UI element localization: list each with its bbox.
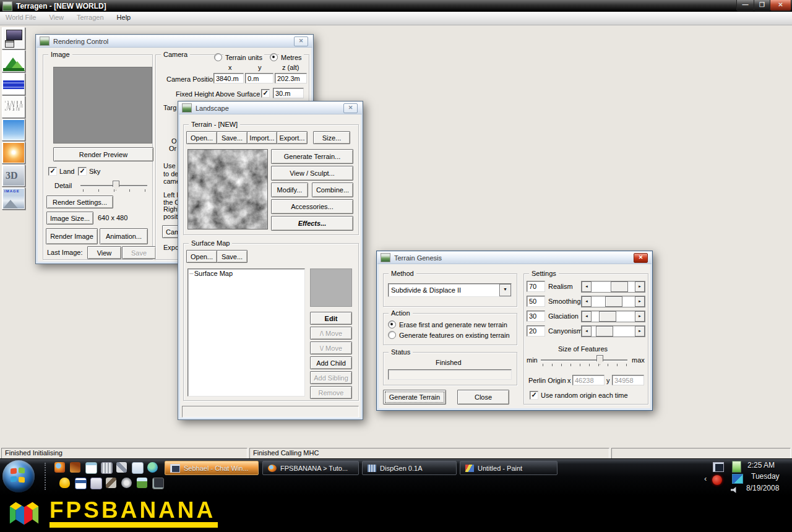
generate-terrain-button[interactable]: Generate Terrain: [383, 390, 446, 405]
globe-icon[interactable]: [147, 462, 158, 473]
terrain-import-button[interactable]: Import...: [247, 131, 277, 144]
aim-tray-icon[interactable]: [712, 475, 722, 485]
close-terrain-genesis-button[interactable]: Close: [457, 390, 509, 405]
arrow-right-icon[interactable]: ►: [635, 296, 645, 307]
menu-help[interactable]: Help: [111, 12, 137, 25]
task-paint[interactable]: Untitled - Paint: [460, 461, 557, 475]
render-preview-button[interactable]: Render Preview: [53, 147, 153, 161]
accessories-button[interactable]: Accessories...: [271, 199, 353, 214]
keyboard-icon[interactable]: [101, 462, 113, 474]
animation-button[interactable]: Animation...: [100, 228, 148, 244]
glaciation-slider[interactable]: ◄ ►: [581, 311, 645, 322]
surface-move-up-button[interactable]: /\ Move: [310, 327, 352, 340]
metres-radio[interactable]: [270, 53, 278, 61]
render-image-button[interactable]: Render Image: [46, 228, 98, 244]
last-image-save-button[interactable]: Save: [122, 246, 156, 259]
fixed-height-checkbox[interactable]: ✓: [261, 89, 270, 98]
arrow-left-icon[interactable]: ◄: [582, 296, 592, 307]
menu-world-file[interactable]: World File: [0, 12, 41, 25]
chat-tray-icon[interactable]: [713, 462, 724, 472]
surface-remove-button[interactable]: Remove: [310, 386, 352, 399]
arrow-right-icon[interactable]: ►: [635, 326, 645, 337]
terrain-export-button[interactable]: Export...: [277, 131, 308, 144]
restore-button[interactable]: ❐: [754, 0, 770, 11]
clock-time[interactable]: 2:25 AM: [747, 461, 775, 470]
photo-icon[interactable]: [137, 478, 147, 488]
size-slider-track[interactable]: [541, 359, 627, 361]
menu-terragen[interactable]: Terragen: [71, 12, 109, 25]
firefox-icon[interactable]: [54, 462, 65, 473]
wrench-icon[interactable]: [116, 462, 127, 473]
camera-pos-y-field[interactable]: [245, 73, 273, 84]
main-titlebar[interactable]: Terragen - [NEW WORLD]: [0, 0, 792, 12]
realism-value-field[interactable]: [527, 281, 545, 292]
chevron-down-icon[interactable]: ▼: [499, 284, 511, 296]
hammer-icon[interactable]: [106, 478, 116, 488]
terrain-open-button[interactable]: Open...: [186, 131, 217, 144]
rendering-control-titlebar[interactable]: Rendering Control: [37, 35, 312, 48]
notepad-icon[interactable]: [85, 462, 97, 474]
toolbar-landscape-button[interactable]: [2, 50, 25, 72]
word-icon[interactable]: [75, 478, 87, 489]
arrow-left-icon[interactable]: ◄: [582, 326, 592, 337]
arrow-left-icon[interactable]: ◄: [582, 281, 592, 292]
smoothing-value-field[interactable]: [527, 296, 545, 307]
surface-add-sibling-button[interactable]: Add Sibling: [310, 371, 352, 384]
realism-slider-thumb[interactable]: [611, 281, 628, 292]
glaciation-slider-thumb[interactable]: [599, 311, 616, 322]
document-icon[interactable]: [132, 462, 144, 474]
show-desktop-icon[interactable]: [152, 478, 164, 489]
terrain-genesis-close-icon[interactable]: ✕: [634, 253, 648, 263]
task-dispgen[interactable]: DispGen 0.1A: [362, 461, 457, 475]
camera-pos-z-field[interactable]: [275, 73, 307, 84]
last-image-view-button[interactable]: View: [87, 246, 121, 259]
terrain-heightfield-preview[interactable]: [187, 149, 268, 230]
aim-running-man-icon[interactable]: [59, 478, 70, 488]
generate-existing-radio[interactable]: [388, 331, 396, 339]
effects-button[interactable]: Effects...: [271, 216, 353, 231]
smoothing-slider-thumb[interactable]: [605, 296, 622, 307]
power-plug-icon[interactable]: [732, 461, 741, 473]
arrow-right-icon[interactable]: ►: [635, 311, 645, 322]
terrain-save-button[interactable]: Save...: [217, 131, 248, 144]
toolbar-atmosphere-button[interactable]: [2, 119, 25, 141]
toolbar-clouds-button[interactable]: [2, 96, 25, 118]
canyonism-value-field[interactable]: [527, 325, 545, 337]
torch-icon[interactable]: [70, 462, 80, 473]
glaciation-value-field[interactable]: [527, 311, 545, 322]
clock-date[interactable]: 8/19/2008: [746, 484, 779, 492]
menu-view[interactable]: View: [43, 12, 69, 25]
rendering-control-close-icon[interactable]: ✕: [294, 36, 308, 46]
method-combobox[interactable]: Subdivide & Displace II ▼: [388, 283, 512, 297]
image-size-button[interactable]: Image Size...: [46, 212, 93, 225]
view-sculpt-button[interactable]: View / Sculpt...: [271, 166, 353, 181]
perlin-y-field[interactable]: [612, 375, 644, 385]
realism-slider[interactable]: ◄ ►: [581, 281, 645, 293]
task-fpsbanana-browser[interactable]: FPSBANANA > Tuto...: [262, 461, 359, 475]
land-checkbox[interactable]: ✓: [48, 167, 57, 176]
modify-button[interactable]: Modify...: [271, 182, 308, 197]
messenger-icon[interactable]: [90, 478, 102, 489]
clock-day[interactable]: Tuesday: [751, 472, 780, 481]
surface-add-child-button[interactable]: Add Child: [310, 356, 352, 369]
combine-button[interactable]: Combine...: [312, 182, 353, 197]
canyonism-slider[interactable]: ◄ ►: [581, 325, 645, 337]
task-chat-window[interactable]: Sebhael - Chat Win...: [165, 461, 259, 475]
surface-save-button[interactable]: Save...: [217, 250, 248, 263]
perlin-x-field[interactable]: [572, 375, 605, 385]
arrow-left-icon[interactable]: ◄: [582, 311, 592, 322]
terrain-size-button[interactable]: Size...: [313, 131, 350, 144]
start-button[interactable]: [2, 460, 35, 492]
fixed-height-field[interactable]: [273, 88, 304, 98]
toolbar-rendering-control-button[interactable]: [2, 27, 25, 49]
toolbar-lighting-button[interactable]: [2, 142, 25, 164]
toolbar-image-button[interactable]: IMAGE: [2, 187, 25, 210]
canyonism-slider-thumb[interactable]: [596, 326, 613, 337]
terrain-units-radio[interactable]: [214, 53, 222, 61]
surface-move-down-button[interactable]: \/ Move: [310, 341, 352, 354]
erase-first-radio[interactable]: [388, 320, 396, 328]
sky-checkbox[interactable]: ✓: [78, 167, 87, 176]
landscape-close-icon[interactable]: ✕: [343, 103, 358, 113]
quicklaunch-handle[interactable]: [45, 463, 48, 490]
surface-open-button[interactable]: Open...: [186, 250, 217, 263]
